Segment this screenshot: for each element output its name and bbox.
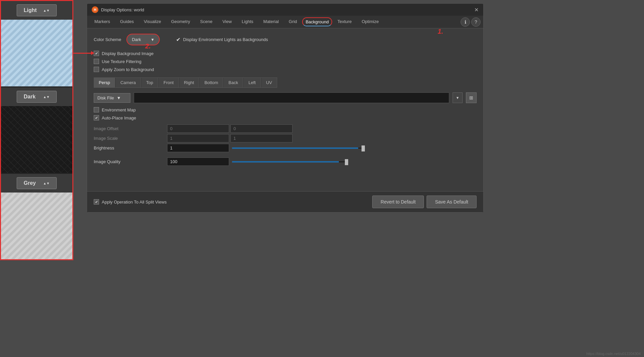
grey-label: Grey	[24, 180, 36, 186]
brightness-value[interactable]	[167, 144, 229, 152]
save-default-button[interactable]: Save As Default	[427, 196, 477, 208]
tab-guides[interactable]: Guides	[115, 16, 138, 28]
nav-tabs-bar: Markers Guides Visualize Geometry Scene …	[87, 16, 483, 28]
tab-material[interactable]: Material	[259, 16, 283, 28]
display-options-dialog: H Display Options: world ✕ Markers Guide…	[87, 3, 484, 213]
tab-view[interactable]: View	[218, 16, 236, 28]
image-scale-row: Image Scale	[94, 134, 477, 142]
help-button[interactable]: ?	[471, 17, 481, 27]
image-quality-label: Image Quality	[94, 159, 167, 164]
dark-label: Dark	[24, 94, 36, 100]
annotation-1: 1.	[438, 28, 443, 35]
texture-filter-label: Use Texture Filtering	[102, 59, 141, 64]
auto-place-label: Auto-Place Image	[102, 115, 136, 120]
light-preview	[1, 20, 72, 86]
info-button[interactable]: ℹ	[461, 17, 470, 27]
brightness-label: Brightness	[94, 145, 167, 150]
disk-file-arrow: ▼	[117, 95, 121, 100]
checkbox-section: ✔ Display Background Image Use Texture F…	[94, 51, 477, 72]
file-path-input[interactable]	[134, 92, 449, 103]
close-button[interactable]: ✕	[474, 7, 479, 13]
tab-visualize[interactable]: Visualize	[139, 16, 166, 28]
color-scheme-row: Color Scheme Dark ▼ 2. ✔ Display Environ…	[94, 34, 477, 45]
tab-markers[interactable]: Markers	[90, 16, 115, 28]
image-scale-inputs	[167, 134, 477, 142]
image-offset-x[interactable]	[167, 124, 229, 133]
scheme-grey-item: Grey ▲▼	[1, 174, 72, 259]
view-tab-bottom[interactable]: Bottom	[200, 78, 223, 87]
tab-geometry[interactable]: Geometry	[166, 16, 195, 28]
brightness-thumb[interactable]	[362, 145, 365, 151]
env-map-label: Environment Map	[102, 107, 136, 112]
image-quality-row: Image Quality	[94, 157, 477, 166]
left-scheme-panel: Light ▲▼ Dark ▲▼ Grey ▲▼	[0, 0, 73, 260]
color-scheme-dropdown[interactable]: Dark ▼	[126, 34, 160, 45]
env-map-row: Environment Map	[94, 107, 477, 112]
file-path-dropdown-btn[interactable]: ▼	[453, 92, 463, 103]
env-light-checkmark: ✔	[176, 36, 180, 43]
color-scheme-value: Dark	[132, 37, 141, 42]
apply-zoom-checkbox[interactable]	[94, 67, 99, 72]
brightness-slider[interactable]	[232, 147, 365, 149]
image-scale-y[interactable]	[230, 134, 292, 142]
apply-all-label: Apply Operation To All Split Views	[102, 200, 167, 205]
nav-icon-group: ℹ ?	[461, 17, 481, 27]
brightness-slider-row	[167, 144, 477, 152]
disk-file-row: Disk File ▼ ▼ ⊞	[94, 92, 477, 103]
dark-preview	[1, 106, 72, 173]
image-offset-y[interactable]	[230, 124, 292, 133]
texture-filter-checkbox[interactable]	[94, 59, 99, 64]
houdini-icon: H	[92, 6, 98, 13]
disk-file-dropdown[interactable]: Disk File ▼	[94, 93, 130, 103]
display-bg-label: Display Background Image	[102, 51, 153, 56]
dark-arrows: ▲▼	[43, 95, 50, 99]
dialog-content: 1. Color Scheme Dark ▼ 2. ✔ Display Envi…	[87, 28, 483, 171]
grey-arrows: ▲▼	[43, 182, 50, 185]
grey-preview	[1, 193, 72, 259]
tab-lights[interactable]: Lights	[237, 16, 258, 28]
tab-optimize[interactable]: Optimize	[357, 16, 383, 28]
quality-slider-row	[167, 157, 477, 166]
image-scale-x[interactable]	[167, 134, 229, 142]
env-map-checkbox[interactable]	[94, 107, 99, 112]
image-scale-label: Image Scale	[94, 136, 167, 141]
auto-place-row: ✔ Auto-Place Image	[94, 115, 477, 120]
view-tab-back[interactable]: Back	[224, 78, 243, 87]
revert-button[interactable]: Revert to Default	[372, 196, 424, 208]
dialog-titlebar: H Display Options: world ✕	[87, 4, 483, 16]
tab-scene[interactable]: Scene	[195, 16, 217, 28]
view-tab-front[interactable]: Front	[159, 78, 178, 87]
view-tab-top[interactable]: Top	[141, 78, 158, 87]
display-bg-row: ✔ Display Background Image	[94, 51, 477, 56]
scheme-light-item: Light ▲▼	[1, 1, 72, 86]
light-header: Light ▲▼	[1, 1, 72, 20]
view-tab-persp[interactable]: Persp	[94, 78, 115, 87]
env-light-check: ✔ Display Environment Lights as Backgrou…	[176, 36, 268, 43]
view-tab-right[interactable]: Right	[179, 78, 199, 87]
bottom-bar: ✔ Apply Operation To All Split Views Rev…	[87, 191, 483, 212]
view-tab-uv[interactable]: UV	[261, 78, 277, 87]
light-scheme-button[interactable]: Light ▲▼	[17, 4, 57, 16]
file-browse-button[interactable]: ⊞	[466, 92, 477, 103]
display-bg-checkbox[interactable]: ✔	[94, 51, 99, 56]
quality-slider[interactable]	[232, 161, 349, 163]
tab-texture[interactable]: Texture	[333, 16, 357, 28]
tab-grid[interactable]: Grid	[284, 16, 302, 28]
dark-scheme-button[interactable]: Dark ▲▼	[17, 91, 57, 103]
apply-all-checkbox[interactable]: ✔	[94, 199, 99, 205]
grey-scheme-button[interactable]: Grey ▲▼	[17, 177, 57, 189]
quality-value[interactable]	[167, 157, 229, 166]
view-tab-left[interactable]: Left	[244, 78, 261, 87]
env-light-label: Display Environment Lights as Background…	[183, 37, 268, 42]
view-tab-camera[interactable]: Camera	[116, 78, 141, 87]
bottom-buttons: Revert to Default Save As Default	[372, 196, 477, 208]
image-offset-inputs	[167, 124, 477, 133]
brightness-fill	[232, 147, 358, 149]
dark-grid-pattern	[1, 106, 72, 173]
quality-fill	[232, 161, 339, 162]
tab-background[interactable]: Background	[302, 17, 332, 26]
dropdown-arrow-icon: ▼	[150, 37, 154, 42]
quality-thumb[interactable]	[345, 159, 348, 165]
view-tabs-bar: Persp Camera Top Front Right Bottom Back…	[94, 77, 277, 88]
auto-place-checkbox[interactable]: ✔	[94, 115, 99, 120]
